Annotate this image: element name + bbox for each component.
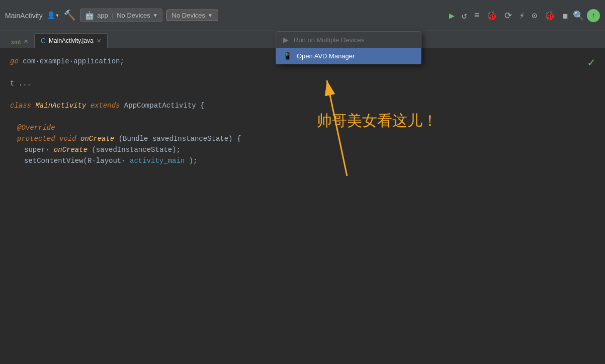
xml-tab-close[interactable]: ✕ (24, 38, 28, 45)
android-icon: 🤖 (84, 11, 95, 20)
toolbar-actions: ▶ ↺ ≡ 🐞 ⟳ ⚡ ⊙ 🐞 ◼ 🔍 ↑ (447, 9, 600, 22)
code-line-6 (10, 111, 595, 122)
run-multiple-icon: ▶ (283, 36, 289, 44)
run-config-app-label: app (97, 12, 108, 19)
run-button[interactable]: ▶ (447, 9, 457, 22)
no-devices-dropdown-arrow: ▼ (208, 13, 213, 18)
code-editor: ge com·example·application; t ... class … (0, 48, 605, 364)
mainactivity-tab-label: MainActivity.java (49, 37, 93, 44)
code-line-5: class MainActivity extends AppCompatActi… (10, 100, 595, 111)
code-line-3: t ... (10, 78, 595, 89)
run-config-button[interactable]: 🤖 app | No Devices ▼ (80, 9, 162, 22)
title-bar: MainActivity 👤▾ 🔨 🤖 app | No Devices ▼ N… (0, 0, 605, 31)
no-devices-label: No Devices (172, 12, 205, 19)
xml-tab[interactable]: xml ✕ (5, 35, 34, 48)
attach-button[interactable]: ⟳ (502, 9, 514, 22)
xml-tab-icon: xml (11, 39, 21, 45)
hammer-icon: 🔨 (63, 9, 76, 22)
debug2-button[interactable]: 🐞 (542, 9, 557, 22)
update-button[interactable]: ↑ (587, 9, 600, 22)
no-devices-dropdown-button[interactable]: No Devices ▼ (166, 10, 218, 21)
open-avd-label: Open AVD Manager (297, 52, 355, 60)
checkmark-icon: ✓ (588, 55, 595, 70)
run-config-dropdown-arrow: ▼ (153, 13, 158, 18)
debug-button[interactable]: 🐞 (484, 9, 499, 22)
run-config-devices-label: No Devices (117, 12, 150, 19)
build-button[interactable]: ≡ (472, 10, 482, 22)
window-title: MainActivity (5, 12, 43, 20)
code-line-8: protected void onCreate (Bundle savedIns… (10, 133, 595, 144)
avd-icon: 📱 (283, 52, 292, 60)
mainactivity-tab[interactable]: C MainActivity.java ✕ (34, 33, 108, 48)
search-button[interactable]: 🔍 (573, 10, 584, 21)
code-line-4 (10, 89, 595, 100)
profile-button[interactable]: ⚡ (517, 9, 527, 22)
rerun-button[interactable]: ↺ (460, 9, 469, 22)
run-multiple-devices-item[interactable]: ▶ Run on Multiple Devices (276, 32, 421, 48)
run-multiple-label: Run on Multiple Devices (294, 36, 364, 44)
no-devices-dropdown-menu: ▶ Run on Multiple Devices 📱 Open AVD Man… (276, 31, 421, 64)
user-icon: 👤▾ (47, 11, 59, 20)
stop-button[interactable]: ◼ (560, 9, 570, 22)
code-line-2 (10, 67, 595, 78)
code-line-10: setContentView(R·layout· activity_main )… (10, 155, 595, 166)
code-line-7: @Override (10, 122, 595, 133)
java-tab-icon: C (41, 37, 46, 45)
mainactivity-tab-close[interactable]: ✕ (97, 38, 101, 44)
code-line-9: super· onCreate (savedInstanceState); (10, 144, 595, 155)
analyze-button[interactable]: ⊙ (530, 9, 539, 22)
open-avd-manager-item[interactable]: 📱 Open AVD Manager (276, 48, 421, 64)
